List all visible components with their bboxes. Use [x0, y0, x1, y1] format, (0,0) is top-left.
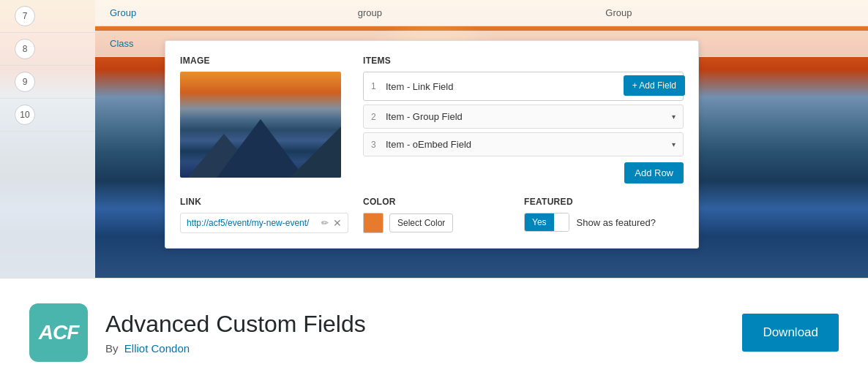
table-header: Group group Group: [95, 0, 868, 26]
item-number-2: 2: [371, 112, 380, 122]
modal-grid: Image Items 1 Item - Link Field: [180, 56, 684, 183]
author-link[interactable]: Elliot Condon: [124, 342, 190, 355]
col3-header: Group: [605, 7, 853, 18]
row-number-7: 7: [15, 6, 35, 26]
link-url-text: http://acf5/event/my-new-event/: [187, 218, 317, 228]
plugin-info: Advanced Custom Fields By Elliot Condon: [105, 310, 713, 355]
image-placeholder[interactable]: [180, 72, 341, 178]
item-number-1: 1: [371, 81, 380, 91]
add-row-button[interactable]: Add Row: [624, 162, 684, 183]
items-label: Items: [363, 56, 684, 66]
item-chevron-2[interactable]: ▾: [672, 113, 676, 121]
toggle-switch[interactable]: Yes: [524, 213, 569, 232]
plugin-title: Advanced Custom Fields: [105, 310, 713, 338]
color-field: Select Color: [363, 213, 509, 233]
link-section: Link http://acf5/event/my-new-event/ ✏ ✕: [180, 197, 348, 233]
sidebar-row-10[interactable]: 10: [0, 99, 95, 132]
item-chevron-3[interactable]: ▾: [672, 140, 676, 148]
row-number-10: 10: [15, 105, 35, 125]
sidebar-row-8[interactable]: 8: [0, 33, 95, 66]
modal-card: Image Items 1 Item - Link Field: [165, 40, 699, 249]
bottom-fields: Link http://acf5/event/my-new-event/ ✏ ✕…: [180, 197, 684, 233]
item-row-2[interactable]: 2 Item - Group Field ▾: [363, 105, 684, 129]
row-number-9: 9: [15, 72, 35, 92]
acf-logo-text: ACF: [39, 321, 79, 344]
remove-link-icon[interactable]: ✕: [333, 217, 342, 229]
color-swatch[interactable]: [363, 213, 384, 233]
select-color-button[interactable]: Select Color: [389, 213, 453, 232]
link-field[interactable]: http://acf5/event/my-new-event/ ✏ ✕: [180, 213, 348, 233]
color-section: Color Select Color: [363, 197, 509, 233]
item-row-3[interactable]: 3 Item - oEmbed Field ▾: [363, 132, 684, 156]
item-number-3: 3: [371, 140, 380, 150]
item-text-2: Item - Group Field: [386, 111, 668, 122]
item-text-1: Item - Link Field: [386, 81, 633, 92]
sidebar-row-9[interactable]: 9: [0, 66, 95, 99]
link-field-label: Link: [180, 197, 348, 207]
add-row-container: Add Row: [363, 162, 684, 183]
toggle-container: Yes Show as featured?: [524, 213, 684, 232]
sidebar-row-7[interactable]: 7: [0, 0, 95, 33]
featured-field-label: Featured: [524, 197, 684, 207]
bottom-section: ACF Advanced Custom Fields By Elliot Con…: [0, 278, 868, 386]
edit-link-icon[interactable]: ✏: [321, 218, 329, 228]
add-field-button[interactable]: + Add Field: [624, 75, 685, 96]
items-section: Items 1 Item - Link Field + − ▾: [363, 56, 684, 183]
items-wrapper: 1 Item - Link Field + − ▾ 2 Item - Group…: [363, 72, 684, 156]
col1-header: Group: [110, 7, 358, 18]
featured-section: Featured Yes Show as featured?: [524, 197, 684, 232]
author-label: By: [105, 342, 119, 355]
color-field-label: Color: [363, 197, 509, 207]
top-section: 7 8 9 10 Group group Group Class class C…: [0, 0, 868, 278]
mountain-right: [290, 126, 341, 178]
download-button[interactable]: Download: [742, 314, 839, 352]
toggle-no[interactable]: [554, 213, 569, 231]
image-section: Image: [180, 56, 348, 183]
row-number-8: 8: [15, 39, 35, 59]
item-text-3: Item - oEmbed Field: [386, 139, 668, 150]
sidebar-numbers: 7 8 9 10: [0, 0, 95, 278]
acf-logo: ACF: [29, 303, 88, 362]
show-featured-text: Show as featured?: [577, 217, 656, 228]
image-label: Image: [180, 56, 348, 66]
toggle-yes[interactable]: Yes: [525, 213, 554, 231]
plugin-author: By Elliot Condon: [105, 342, 713, 355]
col2-header: group: [358, 7, 606, 18]
